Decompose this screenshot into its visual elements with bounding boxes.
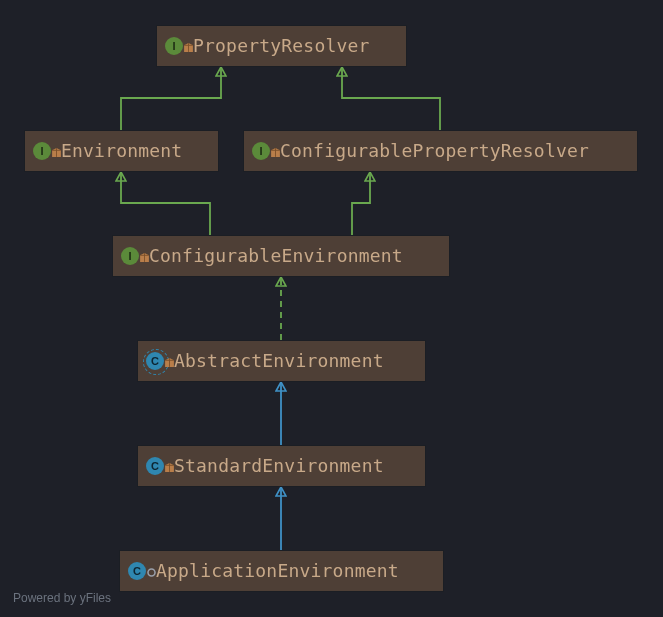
interface-icon: I: [165, 37, 183, 55]
edge-ce-to-env: [121, 172, 210, 235]
node-environment[interactable]: I Environment: [24, 130, 219, 172]
kind-badge-stack: C: [146, 349, 174, 373]
node-label: Environment: [61, 142, 182, 160]
class-icon: C: [128, 562, 146, 580]
svg-point-0: [148, 569, 155, 576]
node-abstract-environment[interactable]: C AbstractEnvironment: [137, 340, 426, 382]
interface-icon: I: [252, 142, 270, 160]
interface-icon: I: [33, 142, 51, 160]
node-label: ApplicationEnvironment: [156, 562, 399, 580]
node-configurable-environment[interactable]: I ConfigurableEnvironment: [112, 235, 450, 277]
interface-icon: I: [121, 247, 139, 265]
visibility-package-icon: [183, 42, 194, 53]
edge-cpr-to-pr: [342, 67, 440, 130]
kind-badge-stack: C: [128, 559, 156, 583]
node-configurable-property-resolver[interactable]: I ConfigurablePropertyResolver: [243, 130, 638, 172]
kind-badge-stack: I: [33, 139, 61, 163]
visibility-package-icon: [270, 147, 281, 158]
footer-credit: Powered by yFiles: [13, 591, 111, 605]
node-label: AbstractEnvironment: [174, 352, 384, 370]
node-label: StandardEnvironment: [174, 457, 384, 475]
edge-layer: [0, 0, 663, 617]
edge-env-to-pr: [121, 67, 221, 130]
node-label: PropertyResolver: [193, 37, 370, 55]
node-label: ConfigurablePropertyResolver: [280, 142, 589, 160]
node-application-environment[interactable]: C ApplicationEnvironment: [119, 550, 444, 592]
class-icon: C: [146, 457, 164, 475]
visibility-package-icon: [164, 357, 175, 368]
kind-badge-stack: I: [121, 244, 149, 268]
kind-badge-stack: I: [165, 34, 193, 58]
kind-badge-stack: C: [146, 454, 174, 478]
kind-badge-stack: I: [252, 139, 280, 163]
visibility-default-icon: [146, 567, 157, 578]
edge-ce-to-cpr: [352, 172, 370, 235]
visibility-package-icon: [51, 147, 62, 158]
node-label: ConfigurableEnvironment: [149, 247, 403, 265]
node-standard-environment[interactable]: C StandardEnvironment: [137, 445, 426, 487]
node-property-resolver[interactable]: I PropertyResolver: [156, 25, 407, 67]
visibility-package-icon: [139, 252, 150, 263]
visibility-package-icon: [164, 462, 175, 473]
abstract-class-icon: C: [146, 352, 164, 370]
